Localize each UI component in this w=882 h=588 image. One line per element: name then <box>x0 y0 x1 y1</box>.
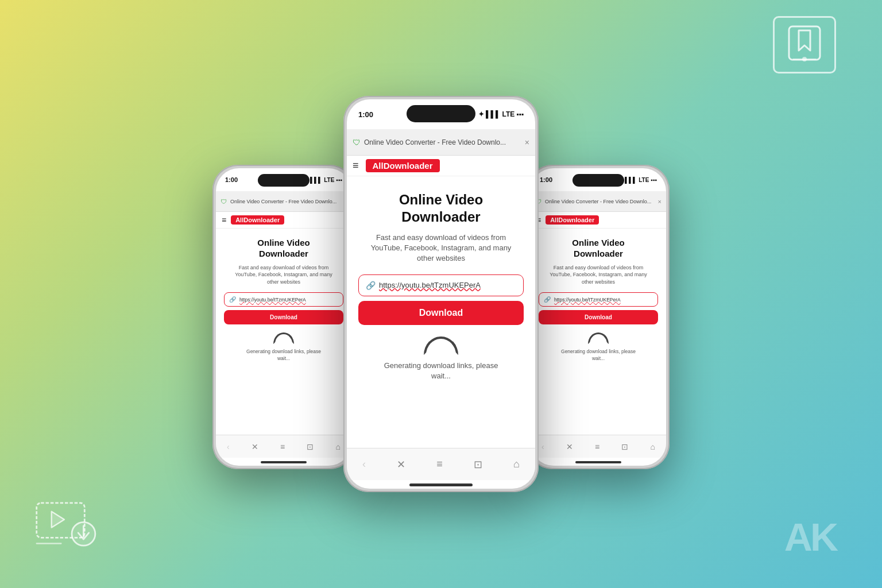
phone-center-page-title: Online VideoDownloader <box>358 191 524 226</box>
phone-left-nav-home[interactable]: ⌂ <box>335 442 340 451</box>
phone-center-logo: AllDownloader <box>366 159 440 172</box>
phone-right-spinner <box>588 332 609 344</box>
phone-left-nav-back[interactable]: ‹ <box>227 442 230 451</box>
phone-left-signal-icon: ▌▌▌ <box>310 177 322 183</box>
phone-center-lte-label: LTE <box>502 110 514 118</box>
phone-center-download-button[interactable]: Download <box>358 301 524 325</box>
phone-center-notch <box>407 105 475 122</box>
phone-left-nav-close[interactable]: ✕ <box>252 442 258 451</box>
phone-left-menu-icon[interactable]: ≡ <box>222 215 226 225</box>
phone-left-browser-bar[interactable]: 🛡 Online Video Converter - Free Video Do… <box>216 191 351 212</box>
phone-right-signal-icon: ▌▌▌ <box>625 177 637 183</box>
phone-right-browser-url: Online Video Converter - Free Video Down… <box>545 199 655 204</box>
svg-rect-0 <box>789 26 820 60</box>
phone-right-close-tab-button[interactable]: × <box>658 198 662 205</box>
phone-center-close-tab-button[interactable]: × <box>525 138 529 147</box>
phone-right-url-input[interactable]: https://youtu.be/tTzmUKEPerA <box>554 297 653 303</box>
phone-left-logo: AllDownloader <box>231 215 284 225</box>
video-download-deco-icon <box>34 496 109 554</box>
phone-center-time: 1:00 <box>358 110 373 119</box>
phone-right-nav-back[interactable]: ‹ <box>541 442 544 451</box>
phone-center-url-input-area[interactable]: 🔗 https://youtu.be/tTzmUKEPerA <box>358 274 524 296</box>
phone-left-bottom-nav: ‹ ✕ ≡ ⊡ ⌂ <box>216 435 351 458</box>
phone-right-nav-tabs[interactable]: ⊡ <box>621 442 628 451</box>
phone-right-time: 1:00 <box>540 176 552 183</box>
phone-left: 1:00 ✦ ▌▌▌ LTE ▪▪▪ 🛡 Online Video Conver… <box>212 165 355 469</box>
svg-marker-5 <box>52 512 64 528</box>
phones-container: 1:00 ✦ ▌▌▌ LTE ▪▪▪ 🛡 Online Video Conver… <box>212 96 670 492</box>
phone-center-signal-icon: ▌▌▌ <box>486 110 501 118</box>
phone-right-nav-close[interactable]: ✕ <box>566 442 573 451</box>
phone-right-notch <box>572 174 624 187</box>
phone-center-bottom-nav: ‹ ✕ ≡ ⊡ ⌂ <box>347 448 535 480</box>
phone-left-page-subtitle: Fast and easy download of videos fromYou… <box>224 264 343 286</box>
phone-center-nav-tabs[interactable]: ⊡ <box>474 458 482 471</box>
phone-left-spinner-container <box>224 332 343 344</box>
phone-center-nav-close[interactable]: ✕ <box>397 458 405 471</box>
phone-center-nav-back[interactable]: ‹ <box>362 458 366 470</box>
phone-center-nav-menu[interactable]: ≡ <box>436 458 443 470</box>
phone-left-spinner <box>273 332 294 344</box>
phone-center-location-icon: ✦ <box>478 110 484 118</box>
phone-left-url-input-area[interactable]: 🔗 https://youtu.be/tTzmUKEPerA <box>224 292 343 307</box>
phone-right-home-indicator <box>531 458 666 466</box>
phone-right-screen: 1:00 ✦ ▌▌▌ LTE ▪▪▪ 🛡 Online Video Conver… <box>531 168 666 466</box>
phone-right-page-subtitle: Fast and easy download of videos fromYou… <box>539 264 658 286</box>
phone-center-battery-icon: ▪▪▪ <box>516 110 524 118</box>
phone-right: 1:00 ✦ ▌▌▌ LTE ▪▪▪ 🛡 Online Video Conver… <box>527 165 670 469</box>
phone-left-page-title: Online VideoDownloader <box>224 238 343 260</box>
bookmark-deco-icon <box>773 16 836 74</box>
phone-center-page-content: Online VideoDownloader Fast and easy dow… <box>347 176 535 448</box>
phone-center-menu-icon[interactable]: ≡ <box>353 160 359 172</box>
phone-right-app-header: ≡ AllDownloader <box>531 212 666 229</box>
phone-left-url-input[interactable]: https://youtu.be/tTzmUKEPerA <box>239 297 338 303</box>
phone-left-nav-tabs[interactable]: ⊡ <box>307 442 314 451</box>
phone-right-nav-menu[interactable]: ≡ <box>595 442 599 451</box>
phone-left-time: 1:00 <box>225 176 238 183</box>
phone-right-download-button[interactable]: Download <box>539 310 658 324</box>
phone-left-download-button[interactable]: Download <box>224 310 343 324</box>
phone-center-status-icons: ✦ ▌▌▌ LTE ▪▪▪ <box>478 110 524 118</box>
phone-left-loading-text: Generating download links, pleasewait... <box>224 349 343 362</box>
phone-left-lte-label: LTE <box>324 177 334 183</box>
phone-left-nav-menu[interactable]: ≡ <box>280 442 285 451</box>
phone-right-url-input-area[interactable]: 🔗 https://youtu.be/tTzmUKEPerA <box>539 292 658 307</box>
phone-right-battery-icon: ▪▪▪ <box>651 177 657 183</box>
phone-center-nav-home[interactable]: ⌂ <box>513 458 520 470</box>
phone-center: 1:00 ✦ ▌▌▌ LTE ▪▪▪ 🛡 Online Video Conver… <box>343 96 539 492</box>
phone-left-home-bar <box>261 461 307 463</box>
phone-left-notch <box>258 174 310 187</box>
phone-right-page-title: Online VideoDownloader <box>539 238 658 260</box>
phone-right-loading-text: Generating download links, pleasewait... <box>539 349 658 362</box>
phone-right-bottom-nav: ‹ ✕ ≡ ⊡ ⌂ <box>531 435 666 458</box>
phone-left-page-content: Online VideoDownloader Fast and easy dow… <box>216 229 351 435</box>
phone-right-logo: AllDownloader <box>546 215 599 225</box>
phone-left-screen: 1:00 ✦ ▌▌▌ LTE ▪▪▪ 🛡 Online Video Conver… <box>216 168 351 466</box>
phone-center-url-input[interactable]: https://youtu.be/tTzmUKEPerA <box>379 281 516 289</box>
phone-center-browser-bar[interactable]: 🛡 Online Video Converter - Free Video Do… <box>347 129 535 156</box>
phone-left-browser-url: Online Video Converter - Free Video Down… <box>230 199 340 204</box>
phone-center-app-header: ≡ AllDownloader <box>347 156 535 176</box>
phone-right-link-icon: 🔗 <box>544 296 551 303</box>
phone-right-spinner-container <box>539 332 658 344</box>
phone-center-screen: 1:00 ✦ ▌▌▌ LTE ▪▪▪ 🛡 Online Video Conver… <box>347 99 535 489</box>
phone-right-home-bar <box>575 461 621 463</box>
phone-right-lte-label: LTE <box>639 177 649 183</box>
phone-center-home-indicator <box>347 480 535 489</box>
phone-left-app-header: ≡ AllDownloader <box>216 212 351 229</box>
scene: AK 1:00 ✦ ▌▌▌ LTE ▪▪▪ <box>0 0 882 588</box>
phone-center-page-subtitle: Fast and easy download of videos fromYou… <box>358 233 524 264</box>
phone-center-spinner <box>424 336 458 355</box>
phone-left-home-indicator <box>216 458 351 466</box>
phone-center-browser-url: Online Video Converter - Free Video Down… <box>364 138 521 146</box>
phone-center-home-bar <box>409 483 473 486</box>
phone-right-page-content: Online VideoDownloader Fast and easy dow… <box>531 229 666 435</box>
svg-marker-1 <box>799 30 810 51</box>
phone-left-link-icon: 🔗 <box>229 296 236 303</box>
phone-center-link-icon: 🔗 <box>366 281 376 290</box>
phone-center-loading-text: Generating download links, pleasewait... <box>358 361 524 381</box>
phone-center-spinner-container <box>358 336 524 355</box>
phone-right-nav-home[interactable]: ⌂ <box>650 442 655 451</box>
ak-watermark: AK <box>784 514 836 559</box>
phone-right-browser-bar[interactable]: 🛡 Online Video Converter - Free Video Do… <box>531 191 666 212</box>
